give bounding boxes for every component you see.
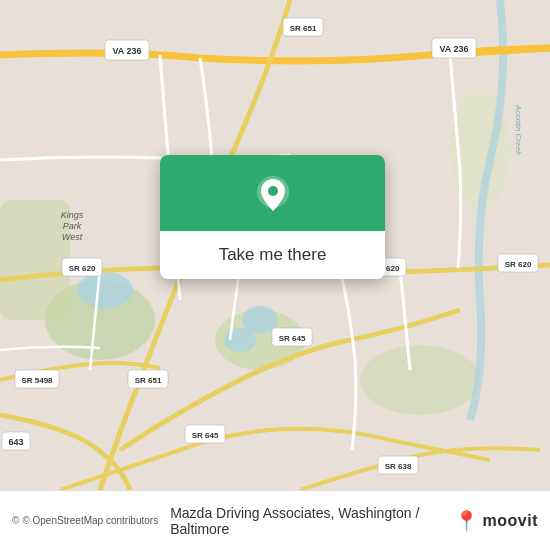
svg-text:VA 236: VA 236 bbox=[439, 44, 468, 54]
svg-text:West: West bbox=[62, 232, 83, 242]
svg-text:Kings: Kings bbox=[61, 210, 84, 220]
svg-text:SR 645: SR 645 bbox=[192, 431, 219, 440]
popup-card[interactable]: Take me there bbox=[160, 155, 385, 279]
svg-text:643: 643 bbox=[8, 437, 23, 447]
map-container: VA 236 VA 236 SR 651 SR 651 SR 620 SR 62… bbox=[0, 0, 550, 490]
moovit-logo: 📍 moovit bbox=[454, 509, 538, 533]
svg-point-6 bbox=[77, 272, 133, 308]
svg-text:SR 651: SR 651 bbox=[135, 376, 162, 385]
svg-point-8 bbox=[224, 328, 256, 352]
svg-text:SR 5498: SR 5498 bbox=[21, 376, 53, 385]
svg-text:SR 620: SR 620 bbox=[69, 264, 96, 273]
copyright-symbol: © bbox=[12, 515, 19, 526]
svg-text:Park: Park bbox=[63, 221, 82, 231]
bottom-bar: © © OpenStreetMap contributors Mazda Dri… bbox=[0, 490, 550, 550]
svg-text:SR 651: SR 651 bbox=[290, 24, 317, 33]
moovit-text: moovit bbox=[483, 512, 538, 530]
svg-text:VA 236: VA 236 bbox=[112, 46, 141, 56]
svg-text:Accotin Creek: Accotin Creek bbox=[514, 104, 523, 156]
take-me-there-label: Take me there bbox=[199, 231, 347, 279]
popup-green-header bbox=[160, 155, 385, 231]
svg-text:SR 638: SR 638 bbox=[385, 462, 412, 471]
osm-attribution: © © OpenStreetMap contributors bbox=[12, 515, 158, 526]
svg-text:SR 645: SR 645 bbox=[279, 334, 306, 343]
moovit-pin-icon: 📍 bbox=[454, 509, 479, 533]
location-pin-icon bbox=[251, 173, 295, 217]
svg-rect-5 bbox=[0, 200, 70, 320]
location-title: Mazda Driving Associates, Washington / B… bbox=[166, 505, 445, 537]
svg-text:SR 620: SR 620 bbox=[505, 260, 532, 269]
svg-point-3 bbox=[360, 345, 480, 415]
svg-point-38 bbox=[268, 186, 278, 196]
